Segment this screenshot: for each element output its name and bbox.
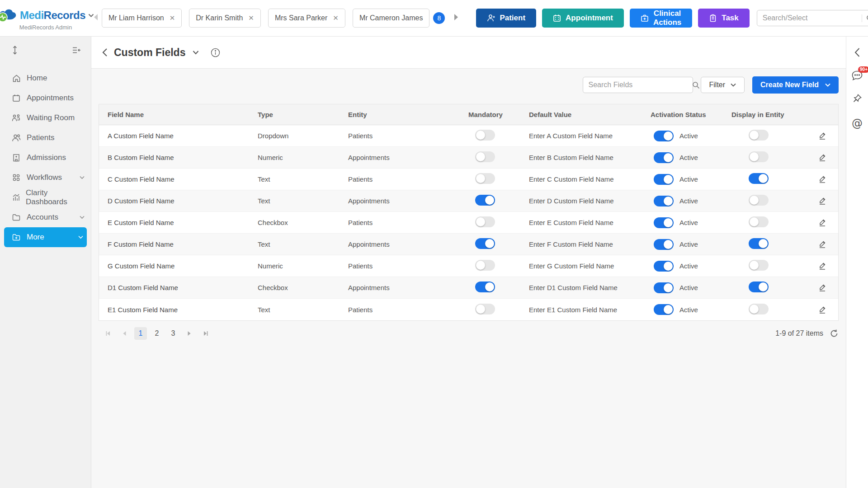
display-in-entity-toggle[interactable]: [749, 216, 769, 227]
cell-default-value: Enter E Custom Field Name: [529, 219, 651, 226]
activation-toggle[interactable]: [654, 217, 674, 228]
sidebar-item-patients[interactable]: Patients: [0, 128, 91, 148]
activation-toggle[interactable]: [654, 304, 674, 315]
page-number[interactable]: 1: [134, 327, 147, 340]
display-in-entity-toggle[interactable]: [749, 260, 769, 271]
medirecords-logo-icon: [0, 8, 17, 23]
close-icon[interactable]: ✕: [333, 14, 339, 22]
filter-button[interactable]: Filter: [701, 77, 745, 93]
appointment-button[interactable]: Appointment: [542, 9, 624, 28]
brand-name: MediRecords: [20, 9, 85, 22]
mention-icon[interactable]: @: [852, 117, 863, 130]
previous-page-icon[interactable]: [118, 327, 131, 340]
activation-toggle[interactable]: [654, 196, 674, 206]
tabs-scroll-right-icon[interactable]: [452, 14, 461, 23]
edit-icon[interactable]: [818, 240, 826, 249]
page-number[interactable]: 2: [151, 327, 163, 340]
edit-icon[interactable]: [818, 175, 826, 183]
waiting-room-icon: [12, 114, 21, 122]
column-header: Activation Status: [651, 111, 731, 118]
sidebar-item-more[interactable]: More: [4, 227, 87, 247]
chevron-down-icon: [80, 176, 85, 179]
cell-field-name: C Custom Field Name: [99, 175, 258, 183]
table-row: C Custom Field Name Text Patients Enter …: [99, 169, 838, 190]
info-icon[interactable]: [211, 48, 220, 57]
edit-icon[interactable]: [818, 283, 826, 292]
rail-collapse-icon[interactable]: [854, 47, 860, 57]
search-fields-input[interactable]: [583, 81, 688, 89]
activation-toggle[interactable]: [654, 239, 674, 250]
activation-toggle[interactable]: [654, 131, 674, 141]
expand-collapse-all-icon[interactable]: [12, 46, 18, 55]
mandatory-toggle[interactable]: [475, 130, 495, 141]
patient-tab[interactable]: Mr Cameron James: [353, 9, 429, 28]
close-icon[interactable]: ✕: [170, 14, 175, 22]
patient-tab[interactable]: Mr Liam Harrison ✕: [102, 9, 182, 28]
next-page-icon[interactable]: [183, 327, 196, 340]
close-icon[interactable]: ✕: [248, 14, 254, 22]
mandatory-toggle[interactable]: [475, 282, 495, 292]
activation-toggle[interactable]: [654, 282, 674, 293]
first-page-icon[interactable]: [102, 327, 114, 340]
left-sidebar: Home Appointments Waiting Room Patients …: [0, 37, 91, 488]
edit-icon[interactable]: [818, 218, 826, 227]
mandatory-toggle[interactable]: [475, 238, 495, 249]
cell-field-name: E Custom Field Name: [99, 219, 258, 226]
display-in-entity-toggle[interactable]: [749, 282, 769, 292]
sidebar-item-accounts[interactable]: Accounts: [0, 207, 91, 227]
create-new-field-button[interactable]: Create New Field: [752, 76, 839, 94]
cell-type: Numeric: [258, 154, 348, 161]
activation-toggle[interactable]: [654, 152, 674, 163]
patient-button[interactable]: Patient: [476, 9, 536, 28]
display-in-entity-toggle[interactable]: [749, 195, 769, 206]
display-in-entity-toggle[interactable]: [749, 173, 769, 184]
sidebar-item-admissions[interactable]: Admissions: [0, 148, 91, 168]
task-button[interactable]: Task: [698, 9, 750, 28]
collapse-sidebar-icon[interactable]: [72, 47, 81, 54]
sidebar-item-clarity-dashboards[interactable]: Clarity Dashboards: [0, 188, 91, 207]
edit-icon[interactable]: [818, 153, 826, 162]
activation-toggle[interactable]: [654, 261, 674, 272]
pin-icon[interactable]: [852, 94, 862, 104]
refresh-icon[interactable]: [830, 329, 839, 338]
activation-status-label: Active: [679, 262, 698, 270]
display-in-entity-toggle[interactable]: [749, 238, 769, 249]
display-in-entity-toggle[interactable]: [749, 130, 769, 141]
sidebar-item-appointments[interactable]: Appointments: [0, 88, 91, 108]
tabs-scroll-left-icon[interactable]: [91, 14, 100, 23]
patient-tab[interactable]: Dr Karin Smith ✕: [189, 9, 261, 28]
global-search-input[interactable]: [757, 14, 862, 22]
mandatory-toggle[interactable]: [475, 151, 495, 162]
cell-entity: Patients: [348, 175, 468, 183]
clipboard-icon: [709, 14, 717, 22]
display-in-entity-toggle[interactable]: [749, 151, 769, 162]
edit-icon[interactable]: [818, 197, 826, 205]
mandatory-toggle[interactable]: [475, 304, 495, 314]
edit-icon[interactable]: [818, 305, 826, 314]
tab-overflow-count-badge[interactable]: 8: [433, 12, 445, 24]
brand-subtitle: MediRecords Admin: [19, 24, 72, 31]
back-icon[interactable]: [102, 48, 108, 57]
clinical-actions-button[interactable]: Clinical Actions: [630, 9, 692, 28]
activation-toggle[interactable]: [654, 174, 674, 185]
mandatory-toggle[interactable]: [475, 195, 495, 206]
last-page-icon[interactable]: [199, 327, 212, 340]
sidebar-item-workflows[interactable]: Workflows: [0, 168, 91, 188]
search-icon[interactable]: [862, 14, 868, 22]
mandatory-toggle[interactable]: [475, 260, 495, 271]
brand-block[interactable]: MediRecords MediRecords Admin: [0, 5, 91, 31]
cell-field-name: B Custom Field Name: [99, 154, 258, 161]
cell-type: Dropdown: [258, 132, 348, 140]
sidebar-item-home[interactable]: Home: [0, 68, 91, 88]
edit-icon[interactable]: [818, 262, 826, 270]
title-chevron-down-icon[interactable]: [193, 50, 199, 55]
mandatory-toggle[interactable]: [475, 173, 495, 184]
page-number[interactable]: 3: [167, 327, 179, 340]
display-in-entity-toggle[interactable]: [749, 304, 769, 314]
patient-tab[interactable]: Mrs Sara Parker ✕: [268, 9, 345, 28]
sidebar-item-waiting-room[interactable]: Waiting Room: [0, 108, 91, 128]
edit-icon[interactable]: [818, 131, 826, 140]
table-body: A Custom Field Name Dropdown Patients En…: [99, 125, 838, 320]
mandatory-toggle[interactable]: [475, 216, 495, 227]
chat-icon[interactable]: 90+: [851, 70, 863, 81]
